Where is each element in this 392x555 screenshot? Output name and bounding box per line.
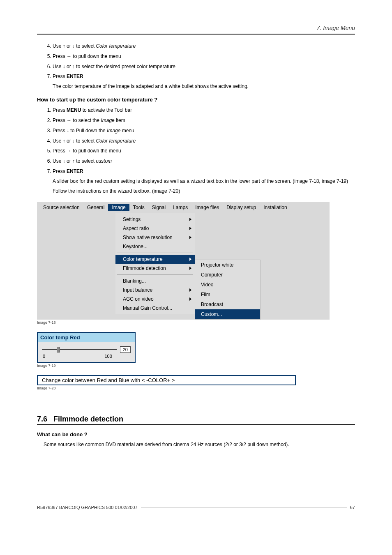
- step-5: Press → to pull down the menu: [53, 53, 355, 60]
- dropdown-item[interactable]: Manual Gain Control...: [115, 304, 195, 313]
- t: Press → to select the: [53, 117, 101, 123]
- submenu-arrow-icon: [189, 236, 191, 239]
- page-header-chapter: 7. Image Menu: [37, 25, 355, 31]
- menubar-item[interactable]: Tools: [129, 204, 148, 211]
- t: Press → to pull down the menu: [53, 148, 121, 154]
- submenu-item[interactable]: Video: [195, 280, 260, 290]
- dropdown-item[interactable]: AGC on video: [115, 295, 195, 304]
- dropdown-item-label: Input balance: [123, 287, 152, 293]
- page-footer: R5976367 BARCOIQ GRAPHICS 500 01/02/2007…: [37, 505, 355, 510]
- section-subhead: What can be done ?: [37, 431, 355, 438]
- step-6: Use ↓ or ↑ to select the desired preset …: [53, 63, 355, 70]
- dropdown-item[interactable]: Input balance: [115, 286, 195, 295]
- slider-max: 100: [104, 354, 112, 359]
- dropdown-item[interactable]: Blanking...: [115, 276, 195, 286]
- slider-labels: 0 100: [42, 354, 113, 359]
- image-dropdown: SettingsAspect ratioShow native resoluti…: [115, 213, 195, 314]
- figure-7-18: Source selectionGeneralImageToolsSignalL…: [37, 202, 355, 325]
- slider-body: 20 0 100: [38, 342, 135, 359]
- section-heading: 7.6 Filmmode detection: [37, 415, 355, 424]
- dropdown-item-label: Aspect ratio: [123, 226, 149, 231]
- footer-left: R5976367 BARCOIQ GRAPHICS 500 01/02/2007: [37, 505, 138, 510]
- step-4: Use ↑ or ↓ to select Color temperature: [53, 43, 355, 50]
- dropdown-item-label: Color temperature: [123, 256, 163, 262]
- submenu-arrow-icon: [189, 227, 191, 230]
- slider-thumb[interactable]: [57, 347, 60, 352]
- step-strong: ENTER: [67, 74, 83, 79]
- section-title: Filmmode detection: [53, 415, 123, 423]
- menubar-item[interactable]: Image: [108, 204, 129, 211]
- color-temp-submenu: Projector whiteComputerVideoFilmBroadcas…: [195, 260, 261, 320]
- dropdown-item-label: Manual Gain Control...: [123, 305, 172, 311]
- dropdown-item-label: AGC on video: [123, 296, 154, 302]
- steps-custom: Press MENU to activate the Tool bar Pres…: [53, 107, 355, 195]
- dropdown-item[interactable]: Keystone...: [115, 242, 195, 251]
- step-b2: Press → to select the Image item: [53, 117, 355, 124]
- submenu-item[interactable]: Broadcast: [195, 299, 260, 309]
- footer-rule: [141, 507, 347, 507]
- subhead-custom: How to start up the custom color tempera…: [37, 97, 355, 103]
- menubar-item[interactable]: General: [83, 204, 108, 211]
- slider-row: 20: [42, 346, 131, 353]
- header-rule: [37, 34, 355, 35]
- dropdown-item[interactable]: Filmmode detection: [115, 264, 195, 273]
- submenu-item[interactable]: Custom...: [195, 309, 260, 319]
- slider-track[interactable]: [42, 349, 117, 350]
- t: Use ↑ or ↓ to select: [53, 138, 96, 144]
- step-text: Use ↓ or ↑ to select the desired preset …: [53, 64, 175, 69]
- submenu-item[interactable]: Computer: [195, 270, 260, 280]
- figure-caption: Image 7-19: [37, 364, 355, 368]
- steps-preset: Use ↑ or ↓ to select Color temperature P…: [53, 43, 355, 90]
- step-b3: Press ↓ to Pull down the Image menu: [53, 127, 355, 134]
- submenu-arrow-icon: [189, 267, 191, 270]
- t: Use ↓ or ↑ to select: [53, 158, 96, 164]
- submenu-arrow-icon: [189, 258, 191, 261]
- step-b6: Use ↓ or ↑ to select custom: [53, 158, 355, 165]
- step-em: Color temperature: [96, 43, 136, 49]
- dropdown-item-label: Keystone...: [123, 244, 148, 249]
- dropdown-item-label: Blanking...: [123, 278, 146, 284]
- dropdown-item-label: Settings: [123, 216, 141, 222]
- section-rule: [37, 424, 355, 425]
- step-b5: Press → to pull down the menu: [53, 147, 355, 154]
- dropdown-item-label: Filmmode detection: [123, 265, 166, 271]
- s: MENU: [67, 107, 81, 113]
- slider-min: 0: [43, 354, 45, 359]
- section-number: 7.6: [37, 415, 47, 423]
- submenu-item[interactable]: Film: [195, 290, 260, 299]
- step-text: Press → to pull down the menu: [53, 53, 121, 59]
- section-body: Some sources like common DVD material ar…: [44, 442, 355, 447]
- menubar-item[interactable]: Source selection: [39, 204, 83, 211]
- footer-page: 67: [350, 505, 355, 510]
- dropdown-item[interactable]: Settings: [115, 215, 195, 224]
- menubar-item[interactable]: Lamps: [169, 204, 191, 211]
- e: Image: [107, 128, 120, 134]
- step-b7: Press ENTER A slider box for the red cus…: [53, 168, 355, 195]
- dropdown-item[interactable]: Aspect ratio: [115, 224, 195, 233]
- submenu-arrow-icon: [189, 288, 191, 292]
- step-text: Use ↑ or ↓ to select: [53, 43, 96, 49]
- dropdown-item[interactable]: Color temperature: [115, 255, 195, 264]
- submenu-item[interactable]: Projector white: [195, 260, 260, 270]
- menubar: Source selectionGeneralImageToolsSignalL…: [37, 202, 330, 213]
- step-7: Press ENTER The color temperature of the…: [53, 73, 355, 90]
- dropdowns-row: SettingsAspect ratioShow native resoluti…: [37, 213, 330, 320]
- figure-caption: Image 7-20: [37, 386, 355, 390]
- submenu-arrow-icon: [189, 218, 191, 221]
- slider-value: 20: [120, 346, 131, 353]
- menu-screenshot: Source selectionGeneralImageToolsSignalL…: [37, 202, 330, 320]
- s: ENTER: [67, 168, 83, 174]
- step-text: Press: [53, 74, 67, 79]
- menubar-item[interactable]: Image files: [191, 204, 223, 211]
- dropdown-item[interactable]: Show native resolution: [115, 233, 195, 242]
- p: menu: [120, 128, 134, 134]
- menubar-item[interactable]: Installation: [260, 204, 291, 211]
- p: to activate the Tool bar: [81, 107, 132, 113]
- menubar-item[interactable]: Display setup: [223, 204, 260, 211]
- t: Press: [53, 107, 67, 113]
- e: Image: [101, 117, 114, 123]
- t: Press ↓ to Pull down the: [53, 128, 107, 134]
- e: custom: [96, 158, 112, 164]
- slider-box: Color temp Red 20 0 100: [37, 332, 136, 363]
- menubar-item[interactable]: Signal: [148, 204, 169, 211]
